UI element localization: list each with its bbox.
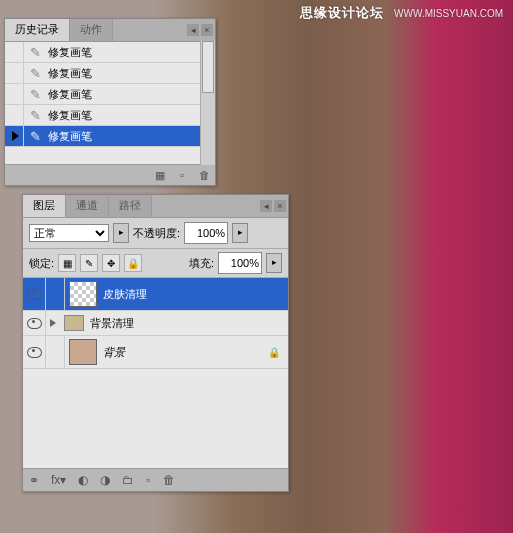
lock-pixels-icon[interactable]: ✎	[80, 254, 98, 272]
lock-transparent-icon[interactable]: ▦	[58, 254, 76, 272]
healing-brush-icon: ✎	[24, 87, 46, 102]
close-panel-icon[interactable]: ×	[274, 200, 286, 212]
eye-icon	[27, 318, 42, 329]
close-panel-icon[interactable]: ×	[201, 24, 213, 36]
layers-panel-header: 图层 通道 路径 ◂ ×	[23, 195, 288, 218]
history-item[interactable]: ✎ 修复画笔	[5, 84, 215, 105]
history-item-selected[interactable]: ✎ 修复画笔 ▭	[5, 126, 215, 147]
fill-input[interactable]	[218, 252, 262, 274]
watermark: 思缘设计论坛 WWW.MISSYUAN.COM	[300, 4, 503, 22]
layer-row[interactable]: 背景 🔒	[23, 336, 288, 369]
history-scrollbar[interactable]	[200, 41, 215, 165]
tab-paths[interactable]: 路径	[109, 195, 152, 217]
folder-icon	[64, 315, 84, 331]
healing-brush-icon: ✎	[24, 66, 46, 81]
history-item[interactable]: ✎ 修复画笔	[5, 105, 215, 126]
blend-mode-dropdown-icon[interactable]: ▸	[113, 223, 129, 243]
healing-brush-icon: ✎	[24, 45, 46, 60]
history-footer: ▦ ▫ 🗑	[5, 164, 215, 185]
fill-flyout-icon[interactable]: ▸	[266, 253, 282, 273]
link-layers-icon[interactable]: ⚭	[29, 473, 39, 487]
lock-icon: 🔒	[268, 347, 280, 358]
history-list: ✎ 修复画笔 ✎ 修复画笔 ✎ 修复画笔 ✎ 修复画笔 ✎ 修复画笔 ▭	[5, 42, 215, 164]
watermark-cn: 思缘设计论坛	[300, 5, 384, 20]
layer-thumbnail[interactable]	[69, 339, 97, 365]
new-layer-icon[interactable]: ▫	[146, 473, 150, 487]
minimize-panel-icon[interactable]: ◂	[187, 24, 199, 36]
layer-mask-icon[interactable]: ◐	[78, 473, 88, 487]
lock-position-icon[interactable]: ✥	[102, 254, 120, 272]
delete-layer-icon[interactable]: 🗑	[163, 473, 175, 487]
new-snapshot-icon[interactable]: ▦	[153, 168, 167, 182]
layer-name[interactable]: 皮肤清理	[101, 287, 288, 302]
layers-footer: ⚭ fx▾ ◐ ◑ 🗀 ▫ 🗑	[23, 468, 288, 491]
layer-row-selected[interactable]: 皮肤清理	[23, 278, 288, 311]
tab-layers[interactable]: 图层	[23, 195, 66, 217]
lock-all-icon[interactable]: 🔒	[124, 254, 142, 272]
layer-name[interactable]: 背景	[101, 345, 268, 360]
new-document-icon[interactable]: ▫	[175, 168, 189, 182]
visibility-toggle[interactable]	[23, 278, 46, 310]
expand-group-icon[interactable]	[50, 319, 56, 327]
tab-actions[interactable]: 动作	[70, 19, 113, 41]
layer-style-icon[interactable]: fx▾	[51, 473, 66, 487]
visibility-toggle[interactable]	[23, 336, 46, 368]
history-pointer-icon	[12, 131, 19, 141]
lock-label: 锁定:	[29, 256, 54, 271]
trash-icon[interactable]: 🗑	[197, 168, 211, 182]
history-panel: 历史记录 动作 ◂ × ✎ 修复画笔 ✎ 修复画笔 ✎ 修复画笔 ✎ 修复画笔 …	[4, 18, 216, 186]
opacity-label: 不透明度:	[133, 226, 180, 241]
eye-icon	[27, 347, 42, 358]
healing-brush-icon: ✎	[24, 108, 46, 123]
adjustment-layer-icon[interactable]: ◑	[100, 473, 110, 487]
visibility-toggle[interactable]	[23, 311, 46, 335]
history-panel-header: 历史记录 动作 ◂ ×	[5, 19, 215, 42]
layers-panel: 图层 通道 路径 ◂ × 正常 ▸ 不透明度: ▸ 锁定: ▦ ✎ ✥ 🔒 填充…	[22, 194, 289, 492]
minimize-panel-icon[interactable]: ◂	[260, 200, 272, 212]
fill-label: 填充:	[189, 256, 214, 271]
history-item[interactable]: ✎ 修复画笔	[5, 63, 215, 84]
scrollbar-thumb[interactable]	[202, 41, 214, 93]
tab-history[interactable]: 历史记录	[5, 19, 70, 41]
layers-blend-row: 正常 ▸ 不透明度: ▸	[23, 218, 288, 249]
blend-mode-select[interactable]: 正常	[29, 224, 109, 242]
eye-icon	[27, 289, 42, 300]
history-item[interactable]: ✎ 修复画笔	[5, 42, 215, 63]
tab-channels[interactable]: 通道	[66, 195, 109, 217]
layers-lock-row: 锁定: ▦ ✎ ✥ 🔒 填充: ▸	[23, 249, 288, 278]
layer-thumbnail[interactable]	[69, 281, 97, 307]
new-group-icon[interactable]: 🗀	[122, 473, 134, 487]
watermark-url: WWW.MISSYUAN.COM	[394, 8, 503, 19]
layers-list: 皮肤清理 背景清理 背景 🔒	[23, 278, 288, 468]
opacity-flyout-icon[interactable]: ▸	[232, 223, 248, 243]
healing-brush-icon: ✎	[24, 129, 46, 144]
layer-group-row[interactable]: 背景清理	[23, 311, 288, 336]
layer-group-name[interactable]: 背景清理	[88, 316, 288, 331]
opacity-input[interactable]	[184, 222, 228, 244]
